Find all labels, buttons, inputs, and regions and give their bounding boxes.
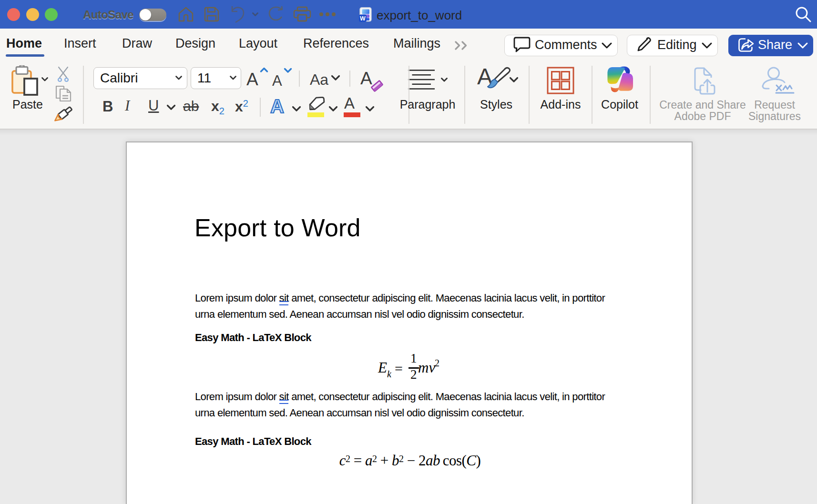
- svg-text:W: W: [360, 15, 366, 22]
